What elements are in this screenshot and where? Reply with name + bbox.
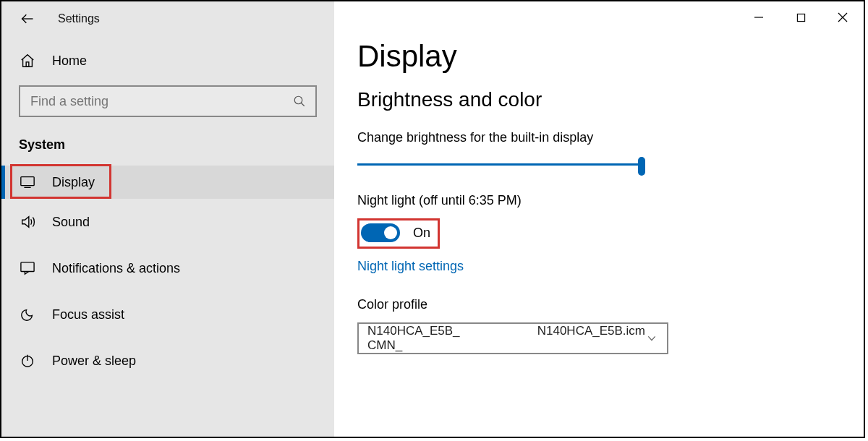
display-icon: [19, 174, 36, 191]
night-light-label: Night light (off until 6:35 PM): [357, 193, 835, 208]
search-box[interactable]: [19, 85, 317, 117]
svg-rect-4: [21, 177, 34, 186]
sidebar-item-label: Focus assist: [52, 307, 124, 322]
sidebar-item-label: Notifications & actions: [52, 261, 180, 276]
sidebar-item-display[interactable]: Display: [1, 166, 334, 199]
minimize-button[interactable]: [738, 3, 780, 32]
window-controls: [738, 3, 864, 32]
page-title: Display: [357, 39, 835, 74]
sound-icon: [19, 213, 36, 231]
svg-point-2: [294, 96, 302, 104]
brightness-label: Change brightness for the built-in displ…: [357, 130, 835, 145]
sidebar-item-sound[interactable]: Sound: [1, 199, 334, 245]
svg-rect-6: [21, 262, 34, 272]
sidebar-item-label: Sound: [52, 215, 90, 230]
slider-track: [357, 163, 645, 166]
sidebar-item-label: Display: [52, 175, 95, 190]
back-icon[interactable]: [19, 10, 36, 27]
sidebar-item-home[interactable]: Home: [1, 36, 334, 85]
night-light-toggle-highlight: On: [357, 218, 440, 249]
search-input[interactable]: [29, 93, 292, 110]
slider-thumb[interactable]: [638, 157, 645, 176]
brightness-slider[interactable]: [357, 155, 645, 174]
category-label: System: [19, 137, 334, 153]
maximize-button[interactable]: [780, 3, 822, 32]
night-light-settings-link[interactable]: Night light settings: [357, 259, 464, 274]
focus-assist-icon: [19, 306, 36, 323]
app-title: Settings: [58, 12, 100, 25]
svg-rect-10: [797, 14, 804, 21]
color-profile-value-a: N140HCA_E5B_ CMN_: [367, 324, 493, 353]
settings-window: Settings Home System: [0, 0, 865, 438]
main-content: Display Brightness and color Change brig…: [334, 1, 864, 437]
section-title: Brightness and color: [357, 88, 835, 111]
close-button[interactable]: [822, 3, 864, 32]
svg-rect-1: [26, 62, 29, 67]
home-icon: [19, 52, 36, 69]
home-label: Home: [52, 53, 87, 69]
search-icon: [292, 94, 307, 108]
chevron-down-icon: [645, 332, 658, 345]
color-profile-dropdown[interactable]: N140HCA_E5B_ CMN_ N140HCA_E5B.icm: [357, 322, 668, 354]
sidebar: Settings Home System: [1, 1, 334, 437]
toggle-knob: [384, 226, 397, 239]
sidebar-item-label: Power & sleep: [52, 354, 136, 369]
svg-line-3: [301, 103, 305, 106]
color-profile-value-b: N140HCA_E5B.icm: [537, 324, 645, 353]
sidebar-item-power-sleep[interactable]: Power & sleep: [1, 338, 334, 384]
color-profile-label: Color profile: [357, 297, 835, 312]
sidebar-item-notifications[interactable]: Notifications & actions: [1, 245, 334, 291]
night-light-toggle[interactable]: [361, 223, 400, 242]
notifications-icon: [19, 260, 36, 277]
titlebar: Settings: [1, 1, 334, 36]
sidebar-item-focus-assist[interactable]: Focus assist: [1, 291, 334, 338]
toggle-state-label: On: [413, 226, 430, 241]
power-icon: [19, 352, 36, 369]
